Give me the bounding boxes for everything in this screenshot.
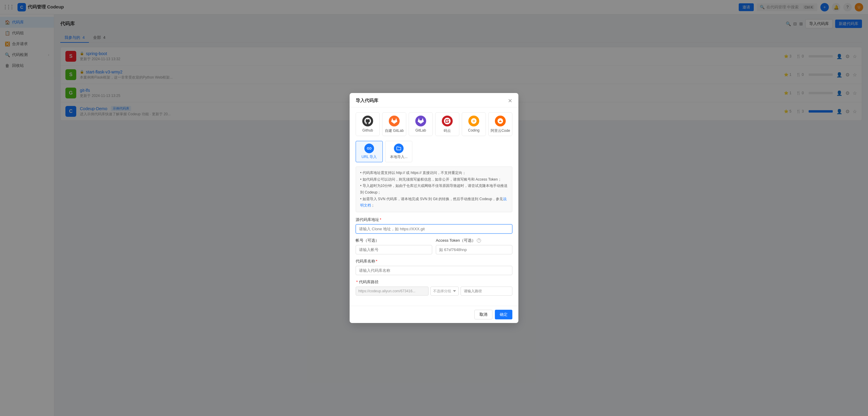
- source-aliyun[interactable]: 阿里云Code: [488, 112, 513, 136]
- repo-name-input[interactable]: [355, 266, 513, 275]
- gitee-label: 码云: [444, 128, 451, 133]
- github-label: Github: [362, 128, 373, 133]
- account-label: 帐号（可选）: [355, 238, 432, 243]
- info-link[interactable]: 说明文档: [360, 197, 507, 208]
- modal-body: Github 自建 GitLab GitLab: [350, 107, 518, 306]
- repo-name-group: 代码库名称*: [355, 258, 513, 275]
- path-input[interactable]: [461, 286, 513, 296]
- path-group-select[interactable]: 不选择分组: [430, 286, 459, 296]
- url-icon: [364, 144, 374, 153]
- info-line-2: • 如代码库公可以访问，则无须填写鉴权信息，如非公开，请填写账号和 Access…: [360, 176, 508, 183]
- aliyun-icon: [495, 115, 506, 127]
- source-url-input[interactable]: [355, 224, 513, 234]
- url-tab-label: URL 导入: [362, 154, 377, 160]
- import-modal: 导入代码库 ✕ Github 自建 GitLab: [350, 93, 518, 323]
- account-token-row: 帐号（可选） Access Token（可选） ?: [355, 238, 513, 254]
- token-label: Access Token（可选） ?: [436, 238, 513, 243]
- info-line-4: • 如需导入 SVN 代码库，请本地完成 SVN 到 Git 的转换，然后手动推…: [360, 196, 508, 209]
- confirm-button[interactable]: 确定: [495, 310, 513, 319]
- coding-label: Coding: [468, 128, 479, 133]
- modal-close-button[interactable]: ✕: [508, 98, 513, 104]
- token-input[interactable]: [436, 245, 513, 254]
- repo-path-label: * 代码库路径: [355, 279, 513, 285]
- gitlab-icon: [415, 115, 426, 127]
- account-group: 帐号（可选）: [355, 238, 432, 254]
- cancel-button[interactable]: 取消: [474, 310, 493, 319]
- local-icon: [394, 144, 404, 153]
- info-line-3: • 导入超时为10分钟，如由于仓库过大或网络不佳等原因导致超时，请尝试克隆本地手…: [360, 183, 508, 196]
- local-import-tab[interactable]: 本地导入...: [385, 141, 412, 162]
- gitee-icon: [442, 115, 453, 127]
- modal-footer: 取消 确定: [350, 306, 518, 323]
- aliyun-label: 阿里云Code: [491, 128, 510, 133]
- source-github[interactable]: Github: [355, 112, 380, 136]
- self-gitlab-label: 自建 GitLab: [385, 128, 404, 133]
- url-import-tab[interactable]: URL 导入: [355, 141, 383, 162]
- repo-path-group: * 代码库路径 https://codeup.aliyun.com/673416…: [355, 279, 513, 296]
- coding-icon: [468, 115, 479, 127]
- token-help-icon[interactable]: ?: [477, 238, 481, 243]
- source-self-gitlab[interactable]: 自建 GitLab: [382, 112, 406, 136]
- repo-name-label: 代码库名称*: [355, 258, 513, 264]
- path-prefix: https://codeup.aliyun.com/673416...: [355, 286, 429, 296]
- source-gitlab[interactable]: GitLab: [409, 112, 433, 136]
- source-url-label: 源代码库地址*: [355, 217, 513, 222]
- self-gitlab-icon: [389, 115, 400, 127]
- gitlab-label: GitLab: [415, 128, 426, 133]
- account-input[interactable]: [355, 245, 432, 254]
- info-line-1: • 代码库地址需支持以 http:// 或 https:// 直接访问，不支持重…: [360, 170, 508, 176]
- source-coding[interactable]: Coding: [462, 112, 486, 136]
- github-icon: [362, 115, 373, 127]
- source-grid: Github 自建 GitLab GitLab: [355, 112, 513, 136]
- token-group: Access Token（可选） ?: [436, 238, 513, 254]
- modal-overlay: 导入代码库 ✕ Github 自建 GitLab: [0, 0, 868, 416]
- source-url-group: 源代码库地址*: [355, 217, 513, 234]
- modal-header: 导入代码库 ✕: [350, 93, 518, 107]
- modal-title: 导入代码库: [355, 98, 378, 104]
- source-gitee[interactable]: 码云: [435, 112, 459, 136]
- info-box: • 代码库地址需支持以 http:// 或 https:// 直接访问，不支持重…: [355, 167, 513, 212]
- local-tab-label: 本地导入...: [390, 154, 407, 160]
